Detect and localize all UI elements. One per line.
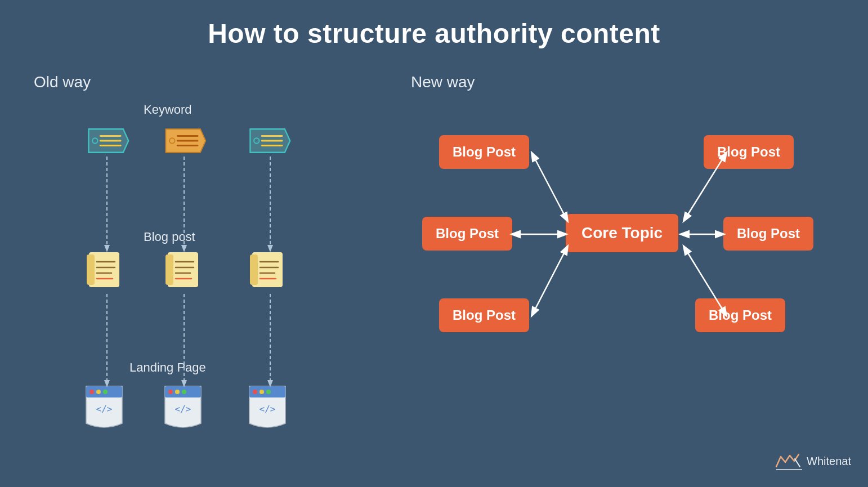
keyword-tag-icon-2 — [160, 127, 211, 155]
landing-page-label: Landing Page — [129, 360, 206, 375]
svg-point-34 — [90, 390, 94, 394]
svg-text:</>: </> — [96, 404, 113, 414]
blog-post-box-top-right: Blog Post — [704, 135, 794, 169]
svg-rect-22 — [165, 254, 173, 285]
blog-post-box-middle-left: Blog Post — [422, 217, 512, 251]
blog-scroll-icon-3 — [248, 248, 290, 293]
blog-scroll-icon-1 — [84, 248, 127, 293]
new-way-diagram: Blog Post Blog Post Blog Post Blog Post … — [411, 90, 850, 473]
page-title: How to structure authority content — [0, 0, 868, 49]
logo-area: Whitenat — [775, 451, 851, 471]
logo-icon — [775, 451, 803, 471]
old-way-label: Old way — [34, 73, 91, 91]
svg-rect-28 — [250, 254, 258, 285]
svg-point-35 — [96, 390, 101, 394]
landing-page-icon-1: </> — [82, 383, 129, 434]
svg-line-67 — [795, 459, 800, 467]
svg-point-39 — [168, 390, 173, 394]
core-topic-box: Core Topic — [566, 214, 678, 252]
keyword-tag-icon-3 — [245, 127, 296, 155]
svg-text:</>: </> — [175, 404, 191, 414]
blog-post-label: Blog post — [144, 230, 195, 244]
landing-page-icon-3: </> — [245, 383, 293, 434]
landing-page-icon-2: </> — [160, 383, 208, 434]
blog-post-box-top-left: Blog Post — [439, 135, 529, 169]
svg-point-40 — [175, 390, 180, 394]
blog-post-box-bottom-right: Blog Post — [695, 298, 785, 332]
svg-point-41 — [182, 390, 186, 394]
blog-post-box-bottom-left: Blog Post — [439, 298, 529, 332]
svg-line-60 — [532, 153, 567, 221]
svg-point-44 — [253, 390, 257, 394]
svg-point-46 — [266, 390, 271, 394]
old-way-diagram: Keyword Blog post — [34, 90, 360, 473]
svg-rect-16 — [87, 254, 95, 285]
keyword-tag-icon-1 — [83, 127, 134, 155]
svg-text:</>: </> — [259, 404, 276, 414]
blog-scroll-icon-2 — [163, 248, 205, 293]
new-way-label: New way — [411, 73, 475, 91]
svg-point-45 — [259, 390, 264, 394]
logo-text: Whitenat — [807, 455, 851, 468]
blog-post-box-middle-right: Blog Post — [723, 217, 813, 251]
svg-line-62 — [532, 247, 567, 315]
keyword-label: Keyword — [144, 102, 192, 117]
svg-point-36 — [103, 390, 108, 394]
